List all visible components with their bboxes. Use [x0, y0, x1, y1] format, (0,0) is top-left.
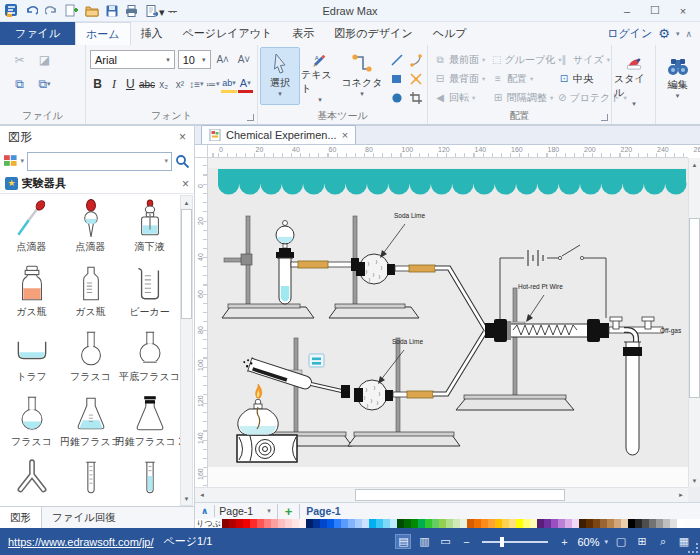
- scroll-right-icon[interactable]: ►: [674, 488, 688, 502]
- palette-swatch[interactable]: [229, 519, 236, 528]
- palette-swatch[interactable]: [250, 519, 257, 528]
- shape-item-trough[interactable]: トラフ: [2, 325, 61, 390]
- palette-swatch[interactable]: [355, 519, 362, 528]
- tab-file[interactable]: ファイル: [0, 22, 75, 45]
- scroll-left-icon[interactable]: ◄: [195, 488, 209, 502]
- palette-swatch[interactable]: [404, 519, 411, 528]
- zoom-slider-thumb[interactable]: [500, 537, 504, 547]
- minimize-button[interactable]: –: [614, 2, 640, 20]
- palette-swatch[interactable]: [586, 519, 593, 528]
- paste-special-icon[interactable]: ⧉▾: [35, 75, 54, 93]
- tab-page-layout[interactable]: ページレイアウト: [173, 22, 283, 45]
- palette-swatch[interactable]: [607, 519, 614, 528]
- rubber-tubing[interactable]: [407, 391, 433, 398]
- rubber-stopper[interactable]: [341, 385, 350, 398]
- spacing-button[interactable]: ⊞間隔調整▾: [492, 88, 558, 107]
- palette-swatch[interactable]: [677, 519, 684, 528]
- palette-swatch[interactable]: [292, 519, 299, 528]
- panel-tab-file-recovery[interactable]: ファイル回復: [42, 507, 126, 528]
- shape-item-beaker[interactable]: ビーカー: [120, 260, 179, 325]
- arrange-dialog-launcher[interactable]: [601, 114, 608, 121]
- line-tool-icon[interactable]: [387, 51, 406, 69]
- palette-swatch[interactable]: [551, 519, 558, 528]
- palette-swatch[interactable]: [614, 519, 621, 528]
- select-tool-button[interactable]: 選択▾: [260, 47, 300, 105]
- gear-icon[interactable]: ⚙: [658, 26, 670, 41]
- page-tab[interactable]: Page-1: [306, 505, 340, 517]
- palette-swatch[interactable]: [390, 519, 397, 528]
- status-url-link[interactable]: https://www.edrawsoft.com/jp/: [8, 536, 154, 548]
- palette-swatch[interactable]: [341, 519, 348, 528]
- palette-swatch[interactable]: [579, 519, 586, 528]
- text-tool-button[interactable]: A テキスト▾: [300, 47, 340, 105]
- palette-swatch[interactable]: [320, 519, 327, 528]
- underline-icon[interactable]: U: [123, 75, 138, 93]
- document-tab-close-icon[interactable]: ×: [342, 129, 348, 141]
- resize-grip[interactable]: [688, 543, 698, 553]
- arc-tool-icon[interactable]: [406, 51, 425, 69]
- tab-shape-design[interactable]: 図形のデザイン: [324, 22, 422, 45]
- palette-swatch[interactable]: [327, 519, 334, 528]
- tab-help[interactable]: ヘルプ: [423, 22, 477, 45]
- palette-swatch[interactable]: [306, 519, 313, 528]
- palette-swatch[interactable]: [383, 519, 390, 528]
- login-link[interactable]: ログイン: [607, 26, 652, 41]
- scroll-thumb[interactable]: [181, 209, 192, 319]
- crop-tool-icon[interactable]: [406, 89, 425, 107]
- font-dialog-launcher[interactable]: [247, 114, 254, 121]
- shape-item-flask-long[interactable]: フラスコ: [61, 325, 120, 390]
- tab-home[interactable]: ホーム: [75, 22, 131, 45]
- scroll-up-icon[interactable]: ▲: [689, 158, 700, 171]
- subscript-icon[interactable]: x₂: [156, 75, 171, 93]
- font-name-combobox[interactable]: Arial▾: [90, 50, 175, 69]
- shape-item-gas-bottle1[interactable]: ガス瓶: [2, 260, 61, 325]
- palette-swatch[interactable]: [369, 519, 376, 528]
- shape-section-close-icon[interactable]: ×: [182, 177, 189, 191]
- zoom-level[interactable]: 60%: [577, 536, 599, 548]
- outline-view-icon[interactable]: ▥: [416, 534, 432, 549]
- palette-swatch[interactable]: [509, 519, 516, 528]
- shape-item-gas-bottle2[interactable]: ガス瓶: [61, 260, 120, 325]
- strikethrough-icon[interactable]: abc: [139, 75, 155, 93]
- highlight-color-icon[interactable]: ab▾: [221, 75, 236, 93]
- edit-button[interactable]: 編集▾: [657, 51, 698, 109]
- palette-swatch[interactable]: [621, 519, 628, 528]
- palette-swatch[interactable]: [313, 519, 320, 528]
- paste-icon[interactable]: ⧉: [10, 75, 29, 93]
- palette-swatch[interactable]: [299, 519, 306, 528]
- palette-swatch[interactable]: [642, 519, 649, 528]
- fit-page-icon[interactable]: ▢: [613, 534, 629, 549]
- normal-view-icon[interactable]: ▤: [395, 534, 411, 549]
- line-spacing-icon[interactable]: ↕≡▾: [189, 75, 204, 93]
- soda-lime-label[interactable]: Soda Lime: [394, 212, 425, 219]
- palette-swatch[interactable]: [649, 519, 656, 528]
- palette-swatch[interactable]: [488, 519, 495, 528]
- rubber-tubing[interactable]: [298, 261, 328, 268]
- drawing-canvas[interactable]: Soda Lime Soda Lime Hot-red Pt Wire Off-…: [208, 158, 688, 487]
- palette-swatch[interactable]: [432, 519, 439, 528]
- protect-button[interactable]: ⊘プロテクト▾: [558, 88, 612, 107]
- align-button[interactable]: ≡配置▾: [492, 69, 558, 88]
- palette-swatch[interactable]: [656, 519, 663, 528]
- zoom-slider[interactable]: [482, 541, 548, 543]
- open-folder-icon[interactable]: [84, 3, 99, 18]
- palette-swatch[interactable]: [264, 519, 271, 528]
- floating-action-button[interactable]: [309, 354, 324, 367]
- hscroll-thumb[interactable]: [355, 489, 565, 501]
- shape-search-input[interactable]: ▾: [27, 152, 172, 171]
- rect-tool-icon[interactable]: [387, 70, 406, 88]
- zoom-out-icon[interactable]: −: [458, 534, 474, 549]
- soda-lime-label[interactable]: Soda Lime: [392, 338, 423, 345]
- gear-dropdown-icon[interactable]: ▾: [676, 30, 680, 38]
- font-color-icon[interactable]: A▾: [238, 75, 253, 93]
- palette-swatch[interactable]: [558, 519, 565, 528]
- palette-swatch[interactable]: [516, 519, 523, 528]
- palette-swatch[interactable]: [334, 519, 341, 528]
- maximize-button[interactable]: ☐: [642, 2, 668, 20]
- pt-wire-label[interactable]: Hot-red Pt Wire: [518, 283, 563, 290]
- style-button[interactable]: スタイル▾: [613, 51, 655, 109]
- grow-font-icon[interactable]: A˄: [214, 51, 232, 69]
- shape-item-conical-flask2[interactable]: 円錐フラスコ 2: [120, 390, 179, 455]
- scroll-down-icon[interactable]: ▼: [689, 474, 700, 487]
- palette-swatch[interactable]: [635, 519, 642, 528]
